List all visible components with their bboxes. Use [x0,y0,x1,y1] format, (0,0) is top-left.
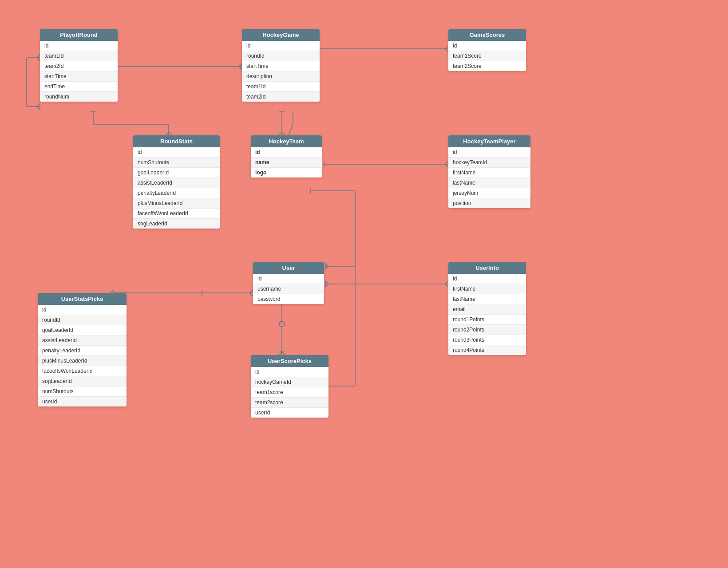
row-roundId: roundId [38,315,127,325]
svg-line-65 [37,58,40,61]
row-team1Id: team1Id [40,51,118,61]
row-id: id [253,274,324,284]
table-HockeyTeam: HockeyTeam id name logo [251,135,322,178]
svg-line-38 [279,352,282,355]
row-sogLeaderId: sogLeaderId [133,219,220,229]
row-faceoffsWonLeaderId: faceoffsWonLeaderId [38,366,127,376]
row-penaltyLeaderId: penaltyLeaderId [133,188,220,198]
svg-line-18 [279,132,282,135]
header-UserInfo: UserInfo [448,262,526,274]
svg-point-36 [279,321,285,327]
row-password: password [253,294,324,304]
svg-line-43 [325,281,328,284]
row-lastName: lastName [448,294,526,304]
row-id: id [133,147,220,158]
row-startTime: startTime [242,61,320,71]
row-sogLeaderId: sogLeaderId [38,376,127,387]
table-UserStatsPicks: UserStatsPicks id roundId goalLeaderId a… [38,293,127,406]
row-id: id [242,41,320,51]
row-hockeyTeamId: hockeyTeamId [448,158,530,168]
row-description: description [242,71,320,82]
table-HockeyTeamPlayer: HockeyTeamPlayer id hockeyTeamId firstNa… [448,135,530,208]
row-goalLeaderId: goalLeaderId [133,168,220,178]
header-GameScores: GameScores [448,29,526,41]
svg-line-26 [445,161,448,164]
row-userId: userId [38,397,127,406]
erd-diagram: PlayoffRound id team1Id team2Id startTim… [0,0,728,568]
row-logo: logo [251,168,322,178]
row-roundId: roundId [242,51,320,61]
row-team2Id: team2Id [40,61,118,71]
header-UserStatsPicks: UserStatsPicks [38,293,127,305]
row-firstName: firstName [448,284,526,294]
row-faceoffsWonLeaderId: faceoffsWonLeaderId [133,209,220,219]
row-id: id [251,367,328,377]
row-userId: userId [251,408,328,418]
row-numShutouts: numShutouts [38,387,127,397]
svg-line-14 [166,132,169,135]
row-assistLeaderId: assistLeaderId [133,178,220,188]
svg-line-63 [37,106,40,110]
svg-line-5 [239,67,242,70]
row-id: id [448,147,530,158]
svg-line-47 [445,284,448,287]
row-team2score: team2score [251,398,328,408]
svg-line-62 [37,103,40,106]
svg-line-39 [282,352,285,355]
row-team2Id: team2Id [242,92,320,102]
svg-line-33 [110,290,113,293]
svg-line-46 [445,281,448,284]
row-numShutouts: numShutouts [133,158,220,168]
row-plusMinusLeaderId: plusMinusLeaderId [38,356,127,366]
svg-line-53 [325,266,328,269]
row-round3Points: round3Points [448,335,526,345]
row-hockeyGameId: hockeyGameId [251,377,328,387]
svg-line-10 [445,49,448,52]
row-id: id [448,274,526,284]
header-PlayoffRound: PlayoffRound [40,29,118,41]
row-plusMinusLeaderId: plusMinusLeaderId [133,198,220,209]
row-team2Score: team2Score [448,61,526,71]
header-User: User [253,262,324,274]
header-HockeyGame: HockeyGame [242,29,320,41]
table-RoundStats: RoundStats id numShutouts goalLeaderId a… [133,135,220,229]
row-team1Id: team1Id [242,82,320,92]
row-position: position [448,198,530,208]
row-lastName: lastName [448,178,530,188]
svg-line-4 [239,63,242,67]
header-UserScorePicks: UserScorePicks [251,355,328,367]
header-HockeyTeamPlayer: HockeyTeamPlayer [448,135,530,147]
row-id: id [38,305,127,315]
row-firstName: firstName [448,168,530,178]
row-round1Points: round1Points [448,315,526,325]
row-round4Points: round4Points [448,345,526,355]
row-roundNum: roundNum [40,92,118,102]
svg-line-9 [445,46,448,49]
row-name: name [251,158,322,168]
svg-line-22 [289,124,293,135]
row-assistLeaderId: assistLeaderId [38,335,127,346]
row-endTime: endTime [40,82,118,92]
table-UserScorePicks: UserScorePicks id hockeyGameId team1scor… [251,355,328,418]
row-team1score: team1score [251,387,328,398]
header-RoundStats: RoundStats [133,135,220,147]
row-team1Score: team1Score [448,51,526,61]
table-PlayoffRound: PlayoffRound id team1Id team2Id startTim… [40,29,118,102]
header-HockeyTeam: HockeyTeam [251,135,322,147]
table-User: User id username password [253,262,324,304]
row-jerseyNum: jerseyNum [448,188,530,198]
svg-line-15 [169,132,172,135]
row-id: id [448,41,526,51]
svg-line-52 [325,263,328,266]
table-HockeyGame: HockeyGame id roundId startTime descript… [242,29,320,102]
row-id: id [40,41,118,51]
table-UserInfo: UserInfo id firstName lastName email rou… [448,262,526,355]
svg-line-44 [325,284,328,287]
row-penaltyLeaderId: penaltyLeaderId [38,346,127,356]
svg-line-19 [282,132,285,135]
row-id: id [251,147,322,158]
row-goalLeaderId: goalLeaderId [38,325,127,335]
row-round2Points: round2Points [448,325,526,335]
row-username: username [253,284,324,294]
svg-line-64 [37,55,40,58]
